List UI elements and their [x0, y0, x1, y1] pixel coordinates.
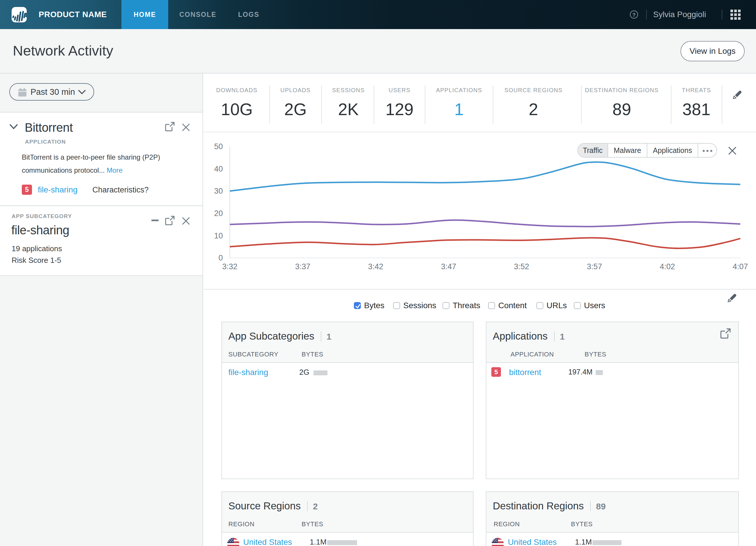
svg-text:0: 0 [218, 253, 223, 262]
svg-text:3:37: 3:37 [295, 262, 311, 271]
svg-text:4:07: 4:07 [733, 262, 748, 271]
svg-text:20: 20 [214, 209, 223, 218]
svg-text:3:42: 3:42 [368, 262, 384, 271]
svg-text:40: 40 [214, 164, 223, 173]
svg-text:50: 50 [214, 142, 223, 151]
svg-text:3:32: 3:32 [222, 262, 238, 271]
svg-text:4:02: 4:02 [660, 262, 675, 271]
svg-text:3:52: 3:52 [514, 262, 529, 271]
svg-text:3:47: 3:47 [441, 262, 456, 271]
svg-text:10: 10 [214, 231, 223, 240]
svg-text:30: 30 [214, 187, 223, 195]
svg-text:3:57: 3:57 [587, 262, 602, 271]
